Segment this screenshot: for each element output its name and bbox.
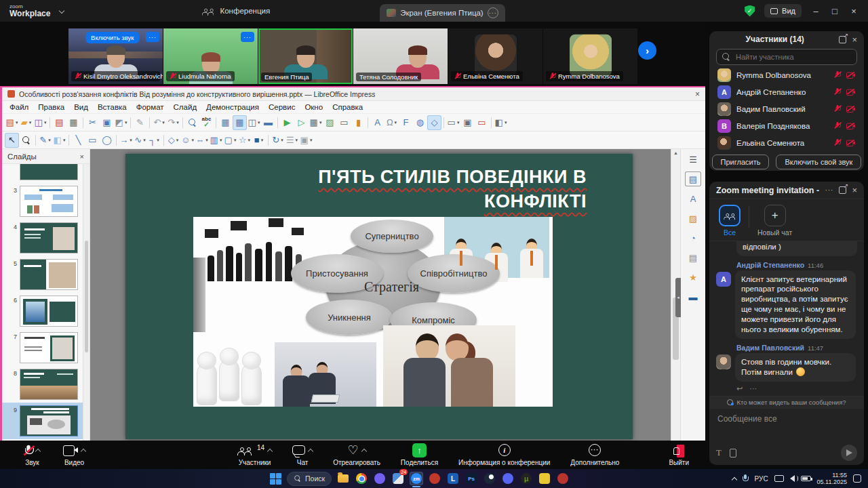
menu-Правка[interactable]: Правка xyxy=(33,103,69,111)
start-from-current-slide-icon[interactable]: ▷ xyxy=(294,115,309,130)
video-button[interactable]: Видео xyxy=(56,444,92,466)
cut-icon[interactable]: ✂ xyxy=(85,115,100,130)
tray-mic-icon[interactable] xyxy=(743,474,749,483)
insert-chart-icon[interactable]: ▮ xyxy=(351,115,366,130)
message-more-icon[interactable]: ··· xyxy=(749,384,757,393)
format-text-icon[interactable]: T xyxy=(716,447,722,458)
sidebar-menu-icon[interactable]: ☰ xyxy=(685,152,701,167)
insert-text-box-icon[interactable]: A xyxy=(370,115,384,130)
insert-image-icon[interactable]: ▨ xyxy=(323,115,337,130)
styles-icon[interactable]: A xyxy=(685,191,701,206)
redo-icon[interactable]: ↷▾ xyxy=(166,115,180,130)
minimize-button[interactable]: – xyxy=(811,6,821,16)
participants-search-input[interactable] xyxy=(734,52,851,62)
insert-table-icon[interactable]: ▦▾ xyxy=(309,115,323,130)
yellow-app-icon[interactable] xyxy=(538,472,551,485)
reply-icon[interactable]: ↩ xyxy=(736,384,743,393)
rectangle-icon[interactable]: ▭ xyxy=(85,133,100,148)
video-tile[interactable]: Ельвіна Семенюта xyxy=(448,28,542,84)
video-tile[interactable]: ···Liudmula Nahorna xyxy=(163,28,258,84)
participant-row[interactable]: Ельвіна Семенюта xyxy=(709,134,864,151)
callouts-icon[interactable]: ▢▾ xyxy=(223,133,237,148)
slide-thumbnail-3[interactable]: 3 xyxy=(2,183,83,220)
clone-formatting-icon[interactable]: ✎ xyxy=(133,115,147,130)
tab-screen-share[interactable]: Экран (Евгения Птица) ··· xyxy=(380,4,505,22)
menu-Демонстрация[interactable]: Демонстрация xyxy=(201,103,264,111)
animation-icon[interactable]: ★ xyxy=(685,270,701,285)
new-presentation-icon[interactable]: ▤▾ xyxy=(5,115,19,130)
mail-icon[interactable]: 24 xyxy=(391,472,405,485)
export-pdf-icon[interactable]: ▤ xyxy=(52,115,66,130)
file-explorer-icon[interactable] xyxy=(336,472,350,485)
menu-Сервис[interactable]: Сервис xyxy=(264,103,300,111)
menu-Формат[interactable]: Формат xyxy=(132,103,169,111)
more-button[interactable]: ··· Дополнительно xyxy=(564,444,626,466)
tray-speaker-icon[interactable] xyxy=(790,475,795,482)
menu-Вид[interactable]: Вид xyxy=(69,103,93,111)
sidebar-collapse-handle[interactable]: ◂ xyxy=(675,278,681,317)
chat-close-icon[interactable]: × xyxy=(852,186,857,195)
slide-thumbnail-4[interactable]: 4 xyxy=(2,220,83,256)
line-color-icon[interactable]: ✎▾ xyxy=(38,133,52,148)
connectors-icon[interactable]: ┐▾ xyxy=(147,133,161,148)
steam-icon[interactable] xyxy=(483,472,496,485)
participants-popout-icon[interactable] xyxy=(839,36,846,43)
menu-Окно[interactable]: Окно xyxy=(300,103,328,111)
print-icon[interactable]: ▦ xyxy=(66,115,81,130)
share-button[interactable]: ↑ Поделиться xyxy=(394,444,445,466)
meeting-info-button[interactable]: i Информация о конференции xyxy=(452,444,557,466)
react-button[interactable]: ♡ Отреагировать xyxy=(326,444,387,466)
participant-row[interactable]: ВВалерія Позднякова xyxy=(709,117,864,134)
show-draw-functions-icon[interactable]: ◇ xyxy=(427,115,441,130)
flowchart-icon[interactable]: ▥▾ xyxy=(209,133,223,148)
save-icon[interactable]: ◫▾ xyxy=(33,115,47,130)
participants-close-icon[interactable]: × xyxy=(852,35,857,44)
close-button[interactable]: × xyxy=(849,6,859,16)
start-button[interactable] xyxy=(269,472,282,485)
align-objects-icon[interactable]: ☰▾ xyxy=(285,133,299,148)
tray-battery-icon[interactable] xyxy=(801,476,811,481)
find-replace-icon[interactable] xyxy=(185,115,199,130)
open-icon[interactable]: ▰▾ xyxy=(19,115,33,130)
master-slides-icon[interactable]: ▬ xyxy=(685,289,701,304)
curves-and-polygons-icon[interactable]: ∿▾ xyxy=(133,133,147,148)
delete-slide-icon[interactable]: ▭ xyxy=(475,115,489,130)
photoshop-icon[interactable]: Ps xyxy=(465,472,478,485)
tab-meeting[interactable]: Конференция xyxy=(193,0,278,22)
fill-color-icon[interactable]: ◧▾ xyxy=(52,133,66,148)
chat-tab-all[interactable]: Все xyxy=(719,205,741,237)
chat-button[interactable]: Чат xyxy=(285,444,319,466)
fontwork-icon[interactable]: F xyxy=(399,115,413,130)
chat-chevron-icon[interactable] xyxy=(308,448,313,453)
display-grid-icon[interactable]: ▦ xyxy=(218,115,233,130)
start-from-first-slide-icon[interactable]: ▶ xyxy=(280,115,294,130)
tab-options-icon[interactable]: ··· xyxy=(488,7,498,18)
undo-icon[interactable]: ↶▾ xyxy=(152,115,166,130)
symbol-shapes-icon[interactable]: ☺▾ xyxy=(180,133,195,148)
l-app-icon[interactable]: L xyxy=(446,472,460,485)
special-character-icon[interactable]: Ω▾ xyxy=(384,115,399,130)
tile-more-icon[interactable]: ··· xyxy=(146,32,159,42)
insert-line-icon[interactable]: ╲ xyxy=(71,133,85,148)
video-tile[interactable]: Евгения Птица xyxy=(258,28,353,84)
react-chevron-icon[interactable] xyxy=(361,448,366,453)
slide-thumbnail-9[interactable]: 9 xyxy=(2,403,83,439)
lines-and-arrows-icon[interactable]: →▾ xyxy=(119,133,133,148)
slide-thumbnail-6[interactable]: 6 xyxy=(2,293,83,329)
tile-unmute-button[interactable]: Включить звук xyxy=(85,32,139,43)
red-app-icon[interactable] xyxy=(556,472,570,485)
audio-chevron-icon[interactable] xyxy=(35,448,41,453)
taskbar-search[interactable]: Поиск xyxy=(287,472,332,486)
slide-canvas[interactable]: П'ЯТЬ СТИЛІВ ПОВЕДІНКИ В КОНФЛІКТІ xyxy=(125,154,633,439)
video-tile[interactable]: Rymma Dolbanosova xyxy=(543,28,637,84)
hyperlink-icon[interactable]: ◍ xyxy=(413,115,427,130)
chat-menu-dots-icon[interactable]: ··· xyxy=(825,186,833,194)
viber-icon[interactable] xyxy=(373,472,387,485)
chrome-icon[interactable] xyxy=(355,472,368,485)
3d-objects-icon[interactable]: ■▾ xyxy=(252,133,266,148)
chat-popout-icon[interactable] xyxy=(839,186,846,194)
slide-thumbnail[interactable] xyxy=(2,164,83,183)
participants-search[interactable] xyxy=(716,49,857,65)
chat-tab-new[interactable]: + Новый чат xyxy=(757,205,792,237)
video-tile[interactable]: Включить звук···Kisil Dmytro Oleksandrov… xyxy=(68,28,163,84)
